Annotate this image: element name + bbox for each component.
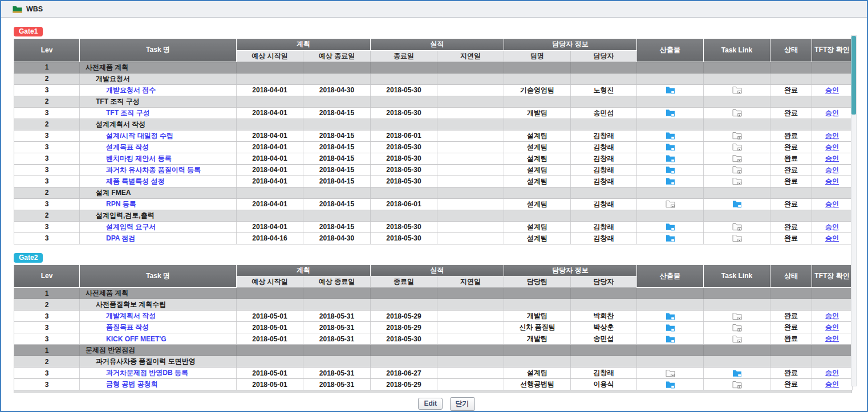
gray-folder-icon[interactable] (732, 132, 742, 140)
gray-folder-icon[interactable] (732, 109, 742, 117)
task-name-link[interactable]: DPA 점검 (106, 234, 135, 242)
approve-link[interactable]: 승인 (825, 223, 839, 231)
task-name-link[interactable]: 과거차문제점 반영DB 등록 (106, 369, 188, 377)
delay-cell (437, 221, 504, 232)
approve-link[interactable]: 승인 (825, 312, 839, 320)
confirm-cell: 승인 (812, 141, 853, 153)
gray-folder-icon[interactable] (732, 86, 742, 94)
deliverable-cell (637, 311, 704, 322)
task-name-cell: 벤치마킹 제안서 등록 (80, 153, 237, 164)
task-name-link[interactable]: 금형 공법 공청회 (106, 380, 158, 388)
lev-cell: 3 (14, 333, 80, 345)
plan-end-cell: 2018-04-15 (303, 153, 371, 164)
gray-folder-icon[interactable] (732, 154, 742, 162)
blue-folder-icon[interactable] (666, 166, 675, 174)
delay-cell (437, 299, 504, 311)
task-row: 3제품 특별특성 설정2018-04-012018-04-152018-05-3… (14, 176, 853, 187)
gray-folder-icon[interactable] (732, 143, 742, 151)
approve-link[interactable]: 승인 (825, 166, 839, 174)
task-link-cell (704, 288, 770, 299)
task-row: 3TFT 조직 구성2018-04-012018-04-152018-05-30… (14, 107, 853, 119)
task-name-link[interactable]: 설계입력 요구서 (106, 223, 156, 231)
plan-end-cell (303, 119, 371, 130)
gray-folder-icon[interactable] (732, 312, 742, 320)
blue-folder-icon[interactable] (666, 335, 675, 343)
blue-folder-icon[interactable] (666, 86, 675, 94)
close-button[interactable]: 닫기 (450, 397, 475, 411)
task-name-link[interactable]: KICK OFF MEET'G (106, 335, 167, 343)
gray-folder-icon[interactable] (732, 177, 742, 185)
blue-folder-icon[interactable] (666, 109, 675, 117)
task-name-link[interactable]: 개발계획서 작성 (106, 312, 156, 320)
approve-link[interactable]: 승인 (825, 234, 839, 242)
approve-link[interactable]: 승인 (825, 369, 839, 377)
task-name-link[interactable]: 벤치마킹 제안서 등록 (106, 154, 172, 162)
task-row: 1사전제품 계획 (14, 288, 853, 299)
status-cell: 완료 (770, 164, 812, 176)
blue-folder-icon[interactable] (666, 132, 675, 140)
blue-folder-icon[interactable] (666, 223, 675, 231)
plan-end-cell: 2018-04-15 (303, 221, 371, 232)
approve-link[interactable]: 승인 (825, 109, 839, 117)
gray-folder-icon[interactable] (666, 200, 675, 208)
task-row: 2TFT 조직 구성 (14, 96, 853, 107)
blue-folder-icon[interactable] (666, 154, 675, 162)
end-date-cell (371, 288, 437, 299)
plan-end-cell (303, 356, 371, 368)
plan-start-cell: 2018-05-01 (237, 368, 303, 379)
scrollbar-thumb[interactable] (851, 36, 856, 115)
confirm-cell: 승인 (812, 164, 853, 176)
blue-folder-icon[interactable] (666, 324, 675, 332)
task-row: 2사전품질확보 계획수립 (14, 299, 853, 311)
col-deliverable: 산출물 (637, 265, 704, 288)
gray-folder-icon[interactable] (732, 335, 742, 343)
approve-link[interactable]: 승인 (825, 177, 839, 185)
task-name-link[interactable]: TFT 조직 구성 (106, 109, 150, 117)
approve-link[interactable]: 승인 (825, 323, 839, 331)
task-name-cell: 과거차 유사차종 품질이력 등록 (80, 164, 237, 176)
gray-folder-icon[interactable] (732, 223, 742, 231)
plan-start-cell: 2018-04-01 (237, 221, 303, 232)
blue-folder-icon[interactable] (732, 369, 742, 377)
blue-folder-icon[interactable] (732, 200, 742, 208)
col-end-date: 종료일 (371, 50, 437, 62)
approve-link[interactable]: 승인 (825, 200, 839, 208)
approve-link[interactable]: 승인 (825, 86, 839, 94)
approve-link[interactable]: 승인 (825, 154, 839, 162)
task-name-link[interactable]: 제품 특별특성 설정 (106, 177, 165, 185)
col-task: Task 명 (80, 265, 237, 288)
end-date-cell: 2018-05-30 (371, 84, 437, 96)
gray-folder-icon[interactable] (732, 166, 742, 174)
task-name-link[interactable]: 품질목표 작성 (106, 323, 149, 331)
owner-cell: 김창래 (571, 368, 637, 379)
gray-folder-icon[interactable] (732, 234, 742, 242)
owner-cell (571, 210, 637, 221)
team-cell: 개발팀 (504, 311, 571, 322)
blue-folder-icon[interactable] (666, 234, 675, 242)
status-cell (770, 62, 812, 73)
gray-folder-icon[interactable] (732, 324, 742, 332)
approve-link[interactable]: 승인 (825, 143, 839, 151)
confirm-cell: 승인 (812, 333, 853, 345)
task-name-link[interactable]: RPN 등록 (106, 200, 136, 208)
blue-folder-icon[interactable] (666, 312, 675, 320)
lev-cell: 3 (14, 368, 80, 379)
approve-link[interactable]: 승인 (825, 380, 839, 388)
confirm-cell: 승인 (812, 84, 853, 96)
gray-folder-icon[interactable] (666, 369, 675, 377)
blue-folder-icon[interactable] (666, 381, 675, 389)
task-name-link[interactable]: 개발요청서 접수 (106, 86, 156, 94)
gray-folder-icon[interactable] (732, 381, 742, 389)
delay-cell (437, 141, 504, 153)
approve-link[interactable]: 승인 (825, 132, 839, 140)
task-name-link[interactable]: 설계목표 작성 (106, 143, 149, 151)
vertical-scrollbar[interactable] (851, 35, 857, 386)
task-name-link[interactable]: 과거차 유사차종 품질이력 등록 (106, 166, 201, 174)
blue-folder-icon[interactable] (666, 143, 675, 151)
end-date-cell (371, 73, 437, 84)
approve-link[interactable]: 승인 (825, 335, 839, 342)
task-name-cell: TFT 조직 구성 (80, 96, 237, 107)
blue-folder-icon[interactable] (666, 177, 675, 185)
task-name-link[interactable]: 설계/시작 대일정 수립 (106, 132, 173, 140)
edit-button[interactable]: Edit (418, 398, 443, 410)
